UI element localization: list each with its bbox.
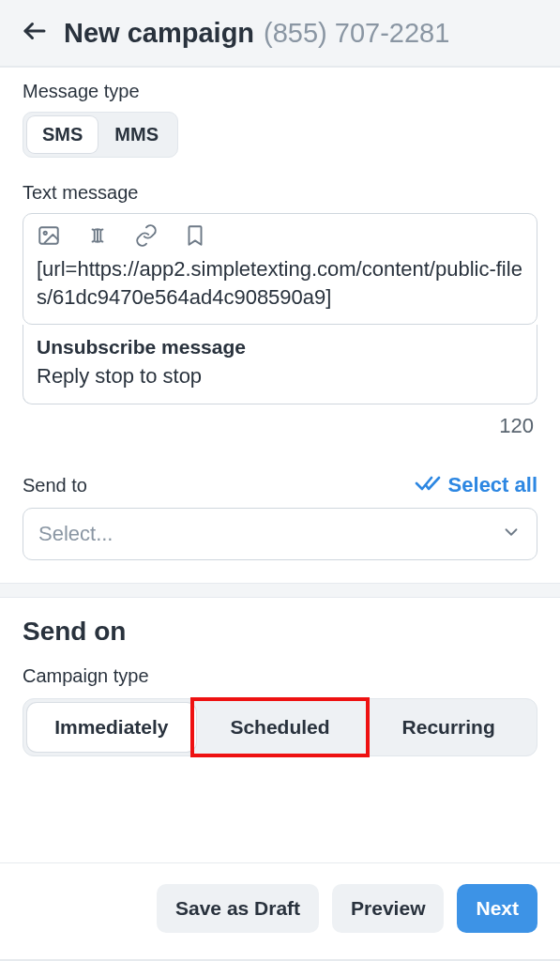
svg-rect-1 — [39, 227, 58, 243]
sms-option[interactable]: SMS — [27, 116, 98, 153]
unsubscribe-title: Unsubscribe message — [37, 336, 523, 358]
header-phone: (855) 707-2281 — [264, 18, 449, 49]
message-toolbar — [23, 214, 537, 253]
link-icon[interactable] — [134, 223, 159, 248]
section-divider — [0, 583, 560, 598]
message-type-label: Message type — [23, 81, 537, 102]
back-icon[interactable] — [21, 17, 49, 49]
unsubscribe-text: Reply stop to stop — [37, 364, 523, 389]
unsubscribe-box: Unsubscribe message Reply stop to stop — [23, 325, 537, 404]
header: New campaign (855) 707-2281 — [0, 0, 560, 68]
preview-button[interactable]: Preview — [332, 884, 444, 933]
image-icon[interactable] — [37, 223, 61, 248]
svg-point-2 — [44, 232, 47, 235]
double-check-icon — [415, 472, 441, 498]
message-type-segment: SMS MMS — [23, 112, 178, 158]
send-to-placeholder: Select... — [38, 522, 113, 546]
campaign-type-label: Campaign type — [23, 665, 537, 687]
char-counter: 120 — [499, 414, 534, 438]
campaign-type-scheduled[interactable]: Scheduled — [196, 703, 365, 752]
next-button[interactable]: Next — [457, 884, 537, 933]
message-textbox[interactable]: [url=https://app2.simpletexting.com/cont… — [23, 213, 537, 325]
save-draft-button[interactable]: Save as Draft — [157, 884, 319, 933]
campaign-type-recurring[interactable]: Recurring — [364, 703, 533, 752]
page-title: New campaign — [64, 18, 254, 49]
campaign-type-scheduled-label: Scheduled — [230, 716, 329, 738]
send-on-title: Send on — [23, 617, 537, 647]
campaign-type-segment: Immediately Scheduled Recurring — [23, 698, 537, 756]
send-to-select[interactable]: Select... — [23, 508, 537, 560]
chevron-down-icon — [501, 522, 522, 546]
select-all-button[interactable]: Select all — [415, 472, 537, 498]
campaign-type-immediately[interactable]: Immediately — [27, 703, 196, 752]
message-content[interactable]: [url=https://app2.simpletexting.com/cont… — [23, 253, 537, 324]
merge-field-icon[interactable] — [85, 223, 110, 248]
footer: Save as Draft Preview Next — [0, 862, 560, 961]
mms-option[interactable]: MMS — [99, 116, 174, 153]
send-to-label: Send to — [23, 475, 87, 496]
bookmark-icon[interactable] — [183, 223, 207, 248]
text-message-label: Text message — [23, 182, 537, 204]
select-all-label: Select all — [448, 473, 537, 497]
